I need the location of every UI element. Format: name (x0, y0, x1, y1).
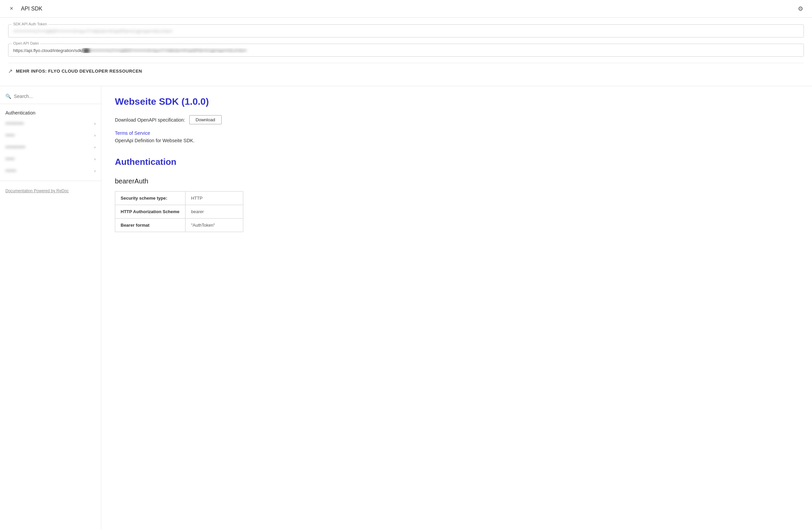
open-api-url-prefix: https://api.flyo.cloud/integration/sdk/ (13, 48, 83, 53)
security-table: Security scheme type: HTTP HTTP Authoriz… (115, 191, 243, 232)
table-row-1: Security scheme type: HTTP (115, 192, 243, 205)
table-cell-value-2: bearer (186, 205, 243, 219)
table-cell-value-3: "AuthToken" (186, 219, 243, 232)
chevron-right-icon-4: › (94, 157, 96, 161)
sidebar-footer: Documentation Powered by ReDoc (0, 181, 101, 196)
download-button[interactable]: Download (189, 115, 222, 124)
sdk-api-auth-token-field: SDK API Auth Token ••••••••••••••LF••••q… (8, 24, 804, 38)
sidebar-item-3-text: ••••••••••••• (5, 145, 25, 150)
chevron-right-icon-5: › (94, 168, 96, 173)
search-icon: 🔍 (5, 93, 11, 99)
sidebar-item-4[interactable]: •••••• › (0, 153, 101, 165)
sidebar-section-authentication[interactable]: Authentication (0, 108, 101, 118)
table-cell-key-3: Bearer format (115, 219, 186, 232)
doc-title: Webseite SDK (1.0.0) (115, 96, 798, 107)
sdk-api-auth-token-value: ••••••••••••••LF••••qMDF••••••••••3•••pu… (13, 29, 799, 34)
title-bar: × API SDK ⚙ (0, 0, 812, 18)
authentication-section-title: Authentication (115, 157, 798, 167)
open-api-url-blurred: ██/••••••••••••LF••••qMDF••••••••••3•••p… (83, 48, 247, 53)
search-input[interactable] (14, 93, 96, 99)
redoc-link[interactable]: Documentation Powered by ReDoc (5, 189, 69, 193)
sidebar-item-5[interactable]: ••••••• › (0, 165, 101, 177)
table-cell-key-2: HTTP Authorization Scheme (115, 205, 186, 219)
sidebar-item-2[interactable]: •••••• › (0, 129, 101, 141)
main-content: SDK API Auth Token ••••••••••••••LF••••q… (0, 18, 812, 86)
sidebar-item-2-text: •••••• (5, 133, 15, 138)
table-cell-value-1: HTTP (186, 192, 243, 205)
search-container: 🔍 (0, 91, 101, 104)
sidebar-item-3[interactable]: ••••••••••••• › (0, 141, 101, 153)
download-row: Download OpenAPI specification: Download (115, 115, 798, 124)
external-link-icon: ↗︎ (8, 68, 13, 74)
chevron-right-icon-3: › (94, 145, 96, 150)
download-spec-label: Download OpenAPI specification: (115, 117, 185, 123)
doc-area: Webseite SDK (1.0.0) Download OpenAPI sp… (101, 86, 812, 529)
sidebar-item-1[interactable]: •••••••••••• › (0, 118, 101, 129)
sidebar: 🔍 Authentication •••••••••••• › •••••• ›… (0, 86, 101, 529)
sdk-api-auth-token-label: SDK API Auth Token (12, 22, 48, 26)
chevron-right-icon-1: › (94, 121, 96, 126)
bearer-auth-title: bearerAuth (115, 177, 798, 185)
sidebar-item-5-text: ••••••• (5, 168, 16, 173)
sidebar-item-1-text: •••••••••••• (5, 121, 24, 126)
close-button[interactable]: × (7, 4, 16, 14)
terms-of-service-link[interactable]: Terms of Service (115, 130, 798, 136)
open-api-datei-field: Open API Datei https://api.flyo.cloud/in… (8, 44, 804, 57)
page-title: API SDK (21, 6, 42, 12)
open-api-datei-label: Open API Datei (12, 41, 40, 45)
table-row-2: HTTP Authorization Scheme bearer (115, 205, 243, 219)
openapi-description: OpenApi Definition for Webseite SDK. (115, 138, 798, 143)
settings-button[interactable]: ⚙ (796, 4, 805, 14)
panel-container: 🔍 Authentication •••••••••••• › •••••• ›… (0, 86, 812, 529)
table-cell-key-1: Security scheme type: (115, 192, 186, 205)
title-bar-left: × API SDK (7, 4, 42, 14)
sidebar-item-4-text: •••••• (5, 157, 15, 161)
table-row-3: Bearer format "AuthToken" (115, 219, 243, 232)
open-api-datei-value: https://api.flyo.cloud/integration/sdk/█… (13, 48, 799, 53)
chevron-right-icon-2: › (94, 133, 96, 138)
external-link-section[interactable]: ↗︎ MEHR INFOS: FLYO CLOUD DEVELOPER RESS… (8, 63, 804, 79)
external-link-text: MEHR INFOS: FLYO CLOUD DEVELOPER RESSOUR… (16, 69, 142, 74)
